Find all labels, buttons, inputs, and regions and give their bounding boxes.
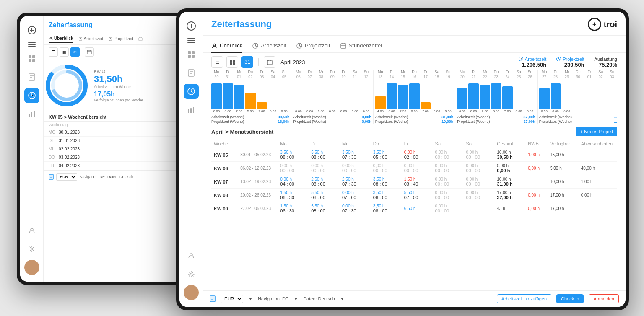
- bar-3-3[interactable]: 8.00: [491, 80, 501, 113]
- cell-so-3[interactable]: 0,00 h 00 : 00: [463, 189, 494, 202]
- tab-stundenzettel[interactable]: Stundenzettel: [340, 39, 382, 53]
- tab-arbeitszeit[interactable]: Arbeitszeit: [252, 39, 286, 53]
- cell-mi-2[interactable]: 2,50 h 07 : 30: [340, 175, 371, 189]
- cell-fr-0[interactable]: 0,00 h 02 : 00: [402, 148, 433, 162]
- bar-0-4[interactable]: 2.00: [257, 80, 267, 113]
- back-chart-icon[interactable]: [24, 106, 39, 122]
- bar-3-4[interactable]: 7.00: [502, 80, 513, 113]
- front-doc-icon[interactable]: [184, 65, 199, 80]
- bar-1-2[interactable]: 0.00: [316, 80, 326, 113]
- bar-0-0[interactable]: 8.00: [211, 80, 222, 113]
- back-nav-cal[interactable]: [138, 35, 143, 43]
- table-row[interactable]: KW 0713.02 - 19.02.23 0,00 h 04 : 00 2,5…: [211, 175, 617, 189]
- view-week-btn[interactable]: [226, 56, 238, 68]
- cell-sa-2[interactable]: 0,00 h 00 : 00: [433, 175, 464, 189]
- bar-2-5[interactable]: 0.00: [431, 80, 442, 113]
- bar-1-0[interactable]: 0.00: [293, 80, 304, 113]
- bar-4-5[interactable]: [595, 80, 606, 113]
- front-grid-icon[interactable]: [184, 47, 199, 62]
- front-footer-doc[interactable]: [210, 295, 216, 302]
- bar-3-2[interactable]: 7.50: [480, 80, 490, 113]
- bar-1-5[interactable]: 0.00: [350, 80, 360, 113]
- cell-mi-1[interactable]: 0,00 h 00 : 00: [340, 162, 371, 175]
- table-row[interactable]: KW 0820.02 - 26.02.23 1,50 h 06 : 30 5,5…: [211, 189, 617, 202]
- back-footer-doc[interactable]: [49, 174, 54, 180]
- tab-uberblick[interactable]: Überblick: [211, 39, 242, 53]
- cell-mo-4[interactable]: 1,50 h 06 : 30: [278, 202, 309, 215]
- back-settings-icon[interactable]: [24, 241, 39, 256]
- bar-0-5[interactable]: 0.00: [268, 80, 278, 113]
- cell-mo-3[interactable]: 1,50 h 06 : 30: [278, 189, 309, 202]
- view-list-btn[interactable]: ☰: [211, 56, 223, 68]
- back-avatar[interactable]: [24, 260, 39, 275]
- cell-fr-1[interactable]: 0,00 h 00 : 00: [402, 162, 433, 175]
- cell-mo-1[interactable]: 0,00 h 00 : 00: [278, 162, 309, 175]
- cell-mi-3[interactable]: 0,00 h 07 : 00: [340, 189, 371, 202]
- bar-0-3[interactable]: 5.00: [245, 80, 256, 113]
- cell-mo-2[interactable]: 0,00 h 04 : 00: [278, 175, 309, 189]
- bar-2-6[interactable]: 0.00: [443, 80, 453, 113]
- tab-projektzeit[interactable]: Projektzeit: [296, 39, 330, 53]
- cell-do-3[interactable]: 3,50 h 08 : 00: [371, 189, 402, 202]
- cell-so-4[interactable]: [463, 202, 494, 215]
- new-project-btn[interactable]: + Neues Projekt: [576, 127, 617, 136]
- bar-4-4[interactable]: [584, 80, 595, 113]
- bar-0-1[interactable]: 8.00: [223, 80, 233, 113]
- bar-1-3[interactable]: 0.00: [327, 80, 338, 113]
- table-row[interactable]: KW 0927.02 - 05.03.23 1,50 h 06 : 30 5,5…: [211, 202, 617, 215]
- bar-3-0[interactable]: 6.50: [457, 80, 467, 113]
- bar-4-2[interactable]: 0.00: [561, 80, 572, 113]
- cell-mi-4[interactable]: 0,00 h 07 : 30: [340, 202, 371, 215]
- front-clock-icon[interactable]: [184, 84, 199, 99]
- btn-arbeitszeit-hinzufugen[interactable]: Arbeitszeit hinzufügen: [497, 294, 551, 303]
- cell-do-2[interactable]: 3,50 h 08 : 00: [371, 175, 402, 189]
- cell-fr-2[interactable]: 1,50 h 03 : 40: [402, 175, 433, 189]
- back-nav-uberblick[interactable]: Überblick: [49, 35, 73, 43]
- back-hamburger[interactable]: [27, 41, 36, 48]
- bar-2-3[interactable]: 8.00: [409, 80, 420, 113]
- front-chart-icon[interactable]: [184, 102, 199, 117]
- back-user-icon[interactable]: [24, 223, 39, 238]
- cell-mo-0[interactable]: 3,50 h 08 : 00: [278, 148, 309, 162]
- bar-0-2[interactable]: 7.50: [234, 80, 244, 113]
- bar-1-4[interactable]: 0.00: [338, 80, 349, 113]
- cell-sa-0[interactable]: 0,00 h 00 : 00: [433, 148, 464, 162]
- back-view-month[interactable]: 31: [70, 47, 80, 57]
- bar-2-2[interactable]: 7.50: [398, 80, 408, 113]
- bar-4-3[interactable]: [573, 80, 583, 113]
- btn-abmelden[interactable]: Abmelden: [589, 294, 619, 303]
- bar-4-1[interactable]: 8.00: [551, 80, 561, 113]
- cell-mi-0[interactable]: 3,50 h 07 : 30: [340, 148, 371, 162]
- calendar-picker-btn[interactable]: [264, 56, 275, 68]
- cell-fr-4[interactable]: 6,50 h: [402, 202, 433, 215]
- table-row[interactable]: KW 0606.02 - 12.02.23 0,00 h 00 : 00 0,0…: [211, 162, 617, 175]
- front-currency-select[interactable]: EUR: [221, 295, 243, 303]
- back-plus-icon[interactable]: [24, 23, 39, 38]
- back-doc-icon[interactable]: [24, 70, 39, 85]
- cell-sa-1[interactable]: 0,00 h 00 : 00: [433, 162, 464, 175]
- back-grid-icon[interactable]: [24, 51, 39, 66]
- cell-di-2[interactable]: 2,50 h 08 : 00: [309, 175, 340, 189]
- bar-1-6[interactable]: 0.00: [361, 80, 371, 113]
- cell-do-0[interactable]: 3,50 h 05 : 00: [371, 148, 402, 162]
- bar-2-4[interactable]: 2.00: [421, 80, 431, 113]
- bar-0-6[interactable]: 0.00: [279, 80, 290, 113]
- front-settings-icon[interactable]: [184, 267, 199, 282]
- bar-3-1[interactable]: 8.00: [468, 80, 479, 113]
- cell-di-3[interactable]: 5,50 h 08 : 00: [309, 189, 340, 202]
- cell-so-0[interactable]: 0,00 h 00 : 00: [463, 148, 494, 162]
- back-currency-select[interactable]: EUR: [56, 173, 77, 181]
- cell-so-1[interactable]: 0,00 h 00 : 00: [463, 162, 494, 175]
- cell-di-1[interactable]: 0,00 h 00 : 00: [309, 162, 340, 175]
- front-plus-icon[interactable]: [184, 18, 199, 34]
- bar-4-0[interactable]: 6.50: [539, 80, 550, 113]
- btn-check-in[interactable]: Check In: [556, 294, 584, 303]
- back-clock-icon[interactable]: [24, 88, 39, 103]
- cell-do-4[interactable]: 3,50 h 08 : 00: [371, 202, 402, 215]
- cell-so-2[interactable]: 0,00 h 00 : 00: [463, 175, 494, 189]
- bar-3-5[interactable]: 0.00: [514, 80, 524, 113]
- cell-di-0[interactable]: 5,50 h 08 : 00: [309, 148, 340, 162]
- front-avatar[interactable]: [184, 285, 199, 300]
- view-month-btn[interactable]: 31: [242, 56, 253, 68]
- bar-4-6[interactable]: [607, 80, 617, 113]
